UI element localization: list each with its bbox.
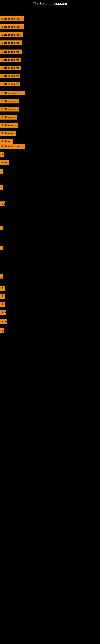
bottleneck-button-16[interactable]: Bottlen xyxy=(0,139,13,144)
bottleneck-button-27[interactable]: Bo xyxy=(0,294,5,299)
bottleneck-button-30[interactable]: Bott xyxy=(0,319,7,324)
bottleneck-button-26[interactable]: Bo xyxy=(0,286,5,290)
bottleneck-button-23[interactable]: | xyxy=(0,226,3,230)
bottleneck-button-7[interactable]: Bottleneck res xyxy=(0,66,21,70)
site-title: TheBottlenecker.com xyxy=(0,0,100,8)
bottleneck-button-18[interactable]: B xyxy=(0,152,4,157)
bottleneck-button-15[interactable]: Bottleneck xyxy=(0,131,16,136)
bottleneck-button-25[interactable]: | xyxy=(0,274,3,278)
bottleneck-button-6[interactable]: Bottleneck res xyxy=(0,58,21,62)
bottleneck-button-14[interactable]: Bottleneck r xyxy=(0,123,18,128)
bottleneck-button-20[interactable]: | xyxy=(0,169,3,174)
bottleneck-button-3[interactable]: Bottleneck resu xyxy=(0,32,23,37)
bottleneck-button-21[interactable]: | xyxy=(0,185,3,190)
bottleneck-button-24[interactable]: | xyxy=(0,246,3,250)
bottleneck-button-22[interactable]: Bo xyxy=(0,202,5,206)
bottleneck-button-28[interactable]: Bo xyxy=(0,302,5,307)
bottleneck-button-9[interactable]: Bottleneck res xyxy=(0,82,20,86)
bottleneck-button-13[interactable]: Bottleneck xyxy=(0,115,17,120)
bottleneck-button-8[interactable]: Bottleneck res xyxy=(0,74,20,78)
bottleneck-button-17[interactable]: Bottleneck res xyxy=(0,144,25,149)
bottleneck-button-10[interactable]: Bottleneck res xyxy=(0,91,25,96)
bottleneck-button-29[interactable]: Bot xyxy=(0,310,6,315)
bottleneck-button-4[interactable]: Bottleneck res xyxy=(0,40,22,45)
bottleneck-button-19[interactable]: Bottl xyxy=(0,160,9,165)
bottleneck-button-12[interactable]: Bottleneck re xyxy=(0,107,19,112)
bottleneck-button-5[interactable]: Bottleneck res xyxy=(0,50,22,54)
bottleneck-button-31[interactable]: B xyxy=(0,328,3,333)
bottleneck-button-11[interactable]: Bottleneck re xyxy=(0,99,19,104)
bottleneck-button-2[interactable]: Bottleneck resu xyxy=(0,24,24,29)
bottleneck-button-1[interactable]: Bottleneck resu xyxy=(0,16,24,21)
